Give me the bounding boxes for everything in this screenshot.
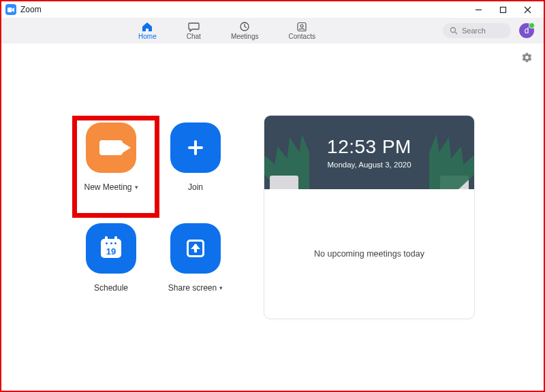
current-time: 12:53 PM xyxy=(327,136,411,158)
minimize-button[interactable] xyxy=(466,1,490,18)
tile-label-row: Join xyxy=(188,182,203,192)
svg-line-9 xyxy=(455,32,457,34)
schedule-panel: 12:53 PM Monday, August 3, 2020 No upcom… xyxy=(264,115,475,319)
avatar[interactable]: d xyxy=(519,23,534,38)
current-date: Monday, August 3, 2020 xyxy=(327,161,411,169)
search-input[interactable]: Search xyxy=(443,23,511,38)
schedule-button[interactable]: 19 xyxy=(86,223,136,274)
tab-chat[interactable]: Chat xyxy=(187,21,201,40)
chevron-down-icon: ▾ xyxy=(219,284,223,291)
chat-icon xyxy=(187,21,200,32)
titlebar: Zoom xyxy=(1,1,544,18)
tile-label: Share screen xyxy=(168,283,217,293)
share-screen-button[interactable] xyxy=(170,223,221,274)
home-icon xyxy=(141,21,153,32)
tile-label-row: Schedule xyxy=(94,283,128,293)
nav-tabs: Home Chat Meetings Contacts xyxy=(11,21,443,40)
calendar-icon: 19 xyxy=(101,239,121,258)
tile-join: Join xyxy=(155,122,236,211)
search-placeholder: Search xyxy=(462,27,486,35)
avatar-initial: d xyxy=(525,26,529,35)
tile-label: Join xyxy=(188,182,203,192)
svg-rect-0 xyxy=(7,7,12,12)
tab-label: Chat xyxy=(187,33,201,40)
content-area: New Meeting ▾ Join xyxy=(1,44,544,391)
tab-label: Contacts xyxy=(288,33,315,40)
tab-label: Meetings xyxy=(231,33,259,40)
join-button[interactable] xyxy=(170,122,221,173)
tile-label: Schedule xyxy=(94,283,128,293)
tab-label: Home xyxy=(138,33,157,40)
empty-meetings-message: No upcoming meetings today xyxy=(314,249,424,259)
video-icon xyxy=(99,140,123,155)
maximize-button[interactable] xyxy=(490,1,515,18)
tab-meetings[interactable]: Meetings xyxy=(231,21,259,40)
tile-schedule: 19 Schedule xyxy=(70,223,152,312)
svg-point-7 xyxy=(300,24,303,27)
svg-rect-2 xyxy=(500,7,505,12)
plus-icon xyxy=(186,138,205,157)
clock-icon xyxy=(238,21,251,32)
svg-point-8 xyxy=(451,28,456,33)
tile-new-meeting: New Meeting ▾ xyxy=(70,122,152,211)
window-title: Zoom xyxy=(20,5,42,14)
tile-label-row[interactable]: Share screen ▾ xyxy=(168,283,223,293)
new-meeting-button[interactable] xyxy=(86,122,136,173)
close-button[interactable] xyxy=(515,1,540,18)
navbar: Home Chat Meetings Contacts xyxy=(1,18,544,44)
contacts-icon xyxy=(296,21,308,32)
search-icon xyxy=(450,27,458,35)
action-tiles: New Meeting ▾ Join xyxy=(70,122,236,312)
tile-label: New Meeting xyxy=(84,182,131,192)
panel-header: 12:53 PM Monday, August 3, 2020 xyxy=(264,116,474,189)
chevron-down-icon: ▾ xyxy=(135,184,138,191)
tile-share-screen: Share screen ▾ xyxy=(155,223,236,312)
app-icon xyxy=(5,4,16,15)
app-window: Zoom Home Chat xyxy=(0,0,545,392)
tile-label-row[interactable]: New Meeting ▾ xyxy=(84,182,138,192)
tab-home[interactable]: Home xyxy=(138,21,157,40)
main-layout: New Meeting ▾ Join xyxy=(1,44,544,391)
tab-contacts[interactable]: Contacts xyxy=(288,21,315,40)
calendar-day: 19 xyxy=(106,246,116,257)
arrow-up-icon xyxy=(187,240,204,257)
panel-body: No upcoming meetings today xyxy=(264,189,474,318)
